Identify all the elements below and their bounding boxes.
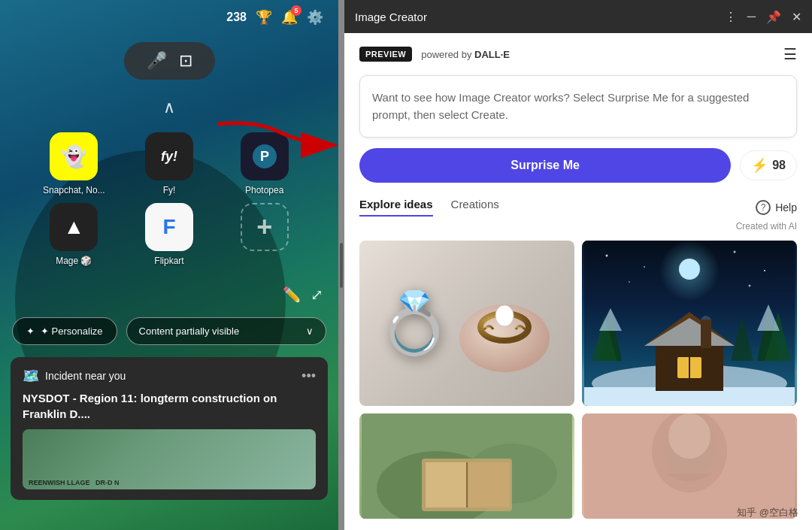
- credits-badge: ⚡ 98: [740, 150, 797, 180]
- preview-bar: PREVIEW powered by DALL·E ☰: [359, 45, 797, 63]
- news-header: 🗺️ Incident near you •••: [23, 368, 316, 384]
- fy-label: Fy!: [163, 185, 176, 195]
- mic-icon[interactable]: 🎤: [147, 51, 167, 71]
- bottom-row-icons: ✏️ ⤢: [0, 274, 338, 311]
- app-mage[interactable]: ▲ Mage 🎲: [30, 203, 118, 266]
- personalize-label: ✦ Personalize: [41, 326, 103, 337]
- map-overlay: REENWISH LLAGE DR-D N: [23, 476, 126, 489]
- watermark: 知乎 @空白格: [737, 506, 798, 519]
- help-icon: ?: [756, 200, 771, 215]
- svg-rect-31: [701, 320, 711, 348]
- svg-rect-37: [468, 462, 510, 507]
- star-icon: ✦: [26, 326, 35, 337]
- tabs-row: Explore ideas Creations ? Help: [359, 198, 797, 217]
- news-source-icon: 🗺️: [23, 368, 39, 384]
- notification-bell[interactable]: 🔔 5: [281, 9, 298, 26]
- preview-badge: PREVIEW: [359, 47, 412, 62]
- status-bar: 238 🏆 🔔 5 ⚙️: [0, 0, 338, 35]
- image-bottom-left[interactable]: [359, 413, 574, 519]
- image-creator-panel: Image Creator ⋮ ─ 📌 ✕ PREVIEW powered by…: [344, 0, 812, 530]
- svg-point-16: [749, 285, 751, 287]
- app-flipkart[interactable]: F Flipkart: [126, 203, 214, 266]
- svg-point-15: [629, 281, 630, 283]
- svg-point-14: [764, 270, 765, 271]
- svg-rect-36: [426, 462, 467, 507]
- status-number: 238: [226, 11, 247, 24]
- minimize-icon[interactable]: ─: [747, 10, 756, 23]
- app-snapchat[interactable]: 👻 Snapchat, No...: [30, 132, 118, 195]
- image-bottom-right[interactable]: [582, 413, 797, 519]
- chevron-down-icon: ∨: [306, 326, 314, 337]
- ai-label: Created with AI: [359, 221, 797, 232]
- fy-icon: fy!: [145, 132, 193, 180]
- expand-icon[interactable]: ⤢: [311, 286, 323, 304]
- svg-point-11: [606, 255, 608, 257]
- chevron-up-icon[interactable]: ∧: [163, 98, 175, 117]
- search-pill[interactable]: 🎤 ⊡: [124, 42, 215, 80]
- svg-point-42: [668, 413, 710, 459]
- right-content: PREVIEW powered by DALL·E ☰ Want to see …: [344, 33, 812, 530]
- preview-left: PREVIEW powered by DALL·E: [359, 47, 510, 62]
- content-visibility-button[interactable]: Content partially visible ∨: [126, 317, 326, 345]
- svg-point-13: [734, 251, 736, 253]
- news-map: REENWISH LLAGE DR-D N: [23, 429, 316, 489]
- news-more-icon[interactable]: •••: [301, 368, 316, 384]
- red-arrow-icon: [211, 117, 338, 162]
- pin-icon[interactable]: 📌: [766, 10, 781, 24]
- actions-row: Surprise Me ⚡ 98: [359, 148, 797, 183]
- news-title: NYSDOT - Region 11: longterm constructio…: [23, 390, 316, 422]
- panel-title: Image Creator: [355, 11, 427, 23]
- news-source: 🗺️ Incident near you: [23, 368, 126, 384]
- svg-point-7: [500, 310, 509, 319]
- close-icon[interactable]: ✕: [792, 10, 801, 24]
- personalize-button[interactable]: ✦ ✦ Personalize: [12, 317, 117, 345]
- divider-handle[interactable]: [340, 243, 343, 288]
- help-label: Help: [775, 201, 797, 214]
- add-app-icon[interactable]: +: [241, 203, 289, 251]
- help-button[interactable]: ? Help: [756, 200, 797, 215]
- tab-creations[interactable]: Creations: [451, 198, 499, 217]
- powered-by-text: powered by DALL·E: [421, 49, 510, 60]
- lightning-icon: ⚡: [751, 157, 768, 174]
- trophy-icon: 🏆: [256, 9, 272, 26]
- flipkart-icon: F: [145, 203, 193, 251]
- hamburger-menu-icon[interactable]: ☰: [783, 45, 797, 63]
- image-cabin[interactable]: [582, 241, 797, 406]
- image-ring[interactable]: [359, 241, 574, 406]
- notification-badge: 5: [291, 5, 301, 16]
- cabin-image-content: [582, 241, 797, 406]
- panel-divider: [338, 0, 344, 530]
- prompt-placeholder-text: Want to see how Image Creator works? Sel…: [372, 89, 784, 123]
- surprise-me-button[interactable]: Surprise Me: [359, 148, 731, 183]
- photopea-label: Photopea: [245, 185, 283, 195]
- svg-point-12: [644, 266, 645, 268]
- app-fy[interactable]: fy! Fy!: [126, 132, 214, 195]
- phone-screen: 238 🏆 🔔 5 ⚙️ 🎤 ⊡ ∧ 👻 Snapchat, No... fy!…: [0, 0, 338, 530]
- app-add[interactable]: +: [220, 203, 308, 266]
- bottom-bar: ✦ ✦ Personalize Content partially visibl…: [0, 311, 338, 351]
- ring-image-content: [359, 241, 574, 406]
- content-label: Content partially visible: [139, 326, 240, 337]
- camera-search-icon[interactable]: ⊡: [179, 51, 192, 71]
- tabs-left: Explore ideas Creations: [359, 198, 499, 217]
- svg-point-10: [679, 259, 700, 280]
- bottom-left-image-content: [359, 413, 574, 519]
- credits-count: 98: [772, 159, 786, 172]
- settings-icon[interactable]: ⚙️: [307, 9, 323, 26]
- tab-explore-ideas[interactable]: Explore ideas: [359, 198, 433, 217]
- mage-icon: ▲: [50, 203, 98, 251]
- snapchat-label: Snapchat, No...: [43, 185, 105, 195]
- news-card: 🗺️ Incident near you ••• NYSDOT - Region…: [11, 357, 328, 500]
- bottom-right-image-content: [582, 413, 797, 519]
- edit-icon[interactable]: ✏️: [283, 286, 301, 304]
- prompt-box[interactable]: Want to see how Image Creator works? Sel…: [359, 75, 797, 138]
- more-options-icon[interactable]: ⋮: [725, 10, 737, 24]
- title-bar: Image Creator ⋮ ─ 📌 ✕: [344, 0, 812, 33]
- title-bar-controls: ⋮ ─ 📌 ✕: [725, 10, 801, 24]
- images-grid: [359, 241, 797, 519]
- mage-label: Mage 🎲: [56, 256, 92, 266]
- snapchat-icon: 👻: [50, 132, 98, 180]
- news-source-label: Incident near you: [45, 370, 126, 382]
- flipkart-label: Flipkart: [154, 256, 183, 266]
- search-bar: 🎤 ⊡: [0, 35, 338, 87]
